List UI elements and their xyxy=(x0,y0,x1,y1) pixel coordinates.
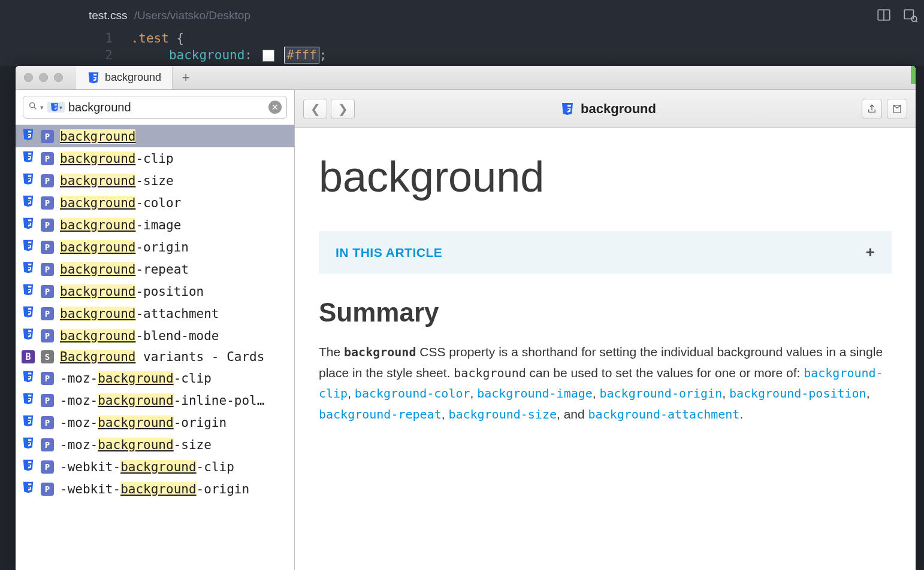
result-row[interactable]: Pbackground xyxy=(16,125,294,147)
match-text: background xyxy=(60,174,135,188)
type-badge: P xyxy=(41,196,54,210)
result-row[interactable]: P-moz-background-origin xyxy=(16,411,294,433)
type-badge: P xyxy=(41,394,54,407)
css-icon xyxy=(22,459,35,475)
maximize-window-button[interactable] xyxy=(54,73,63,82)
search-dropdown-icon[interactable]: ▾ xyxy=(40,104,44,111)
css-icon xyxy=(22,217,35,233)
share-button[interactable] xyxy=(862,99,882,119)
match-text: background xyxy=(98,393,173,408)
css-icon xyxy=(22,195,35,211)
type-badge: P xyxy=(41,438,54,451)
search-input[interactable] xyxy=(68,101,265,114)
doc-link[interactable]: background-repeat xyxy=(319,407,442,422)
css-icon xyxy=(22,128,35,144)
scroll-indicator xyxy=(911,66,916,84)
window-tab[interactable]: background xyxy=(76,66,173,89)
editor-area: test.css /Users/viatsko/Desktop 1 .test … xyxy=(0,0,924,66)
result-text: background-repeat xyxy=(60,262,189,277)
css-value-selected[interactable]: #fff xyxy=(284,47,319,63)
result-row[interactable]: BSBackground variants - Cards xyxy=(16,347,294,367)
result-row[interactable]: Pbackground-repeat xyxy=(16,258,294,280)
editor-filename: test.css xyxy=(89,9,127,22)
back-button[interactable]: ❮ xyxy=(303,99,327,119)
doc-toolbar: ❮ ❯ background xyxy=(295,90,916,128)
css-icon xyxy=(22,328,35,344)
result-text: background-origin xyxy=(60,240,189,254)
result-row[interactable]: Pbackground-origin xyxy=(16,236,294,258)
result-text: background-color xyxy=(60,196,181,210)
result-row[interactable]: P-moz-background-size xyxy=(16,433,294,456)
type-badge: P xyxy=(41,152,54,165)
editor-tab[interactable]: test.css /Users/viatsko/Desktop xyxy=(89,9,250,22)
expand-icon[interactable]: + xyxy=(866,243,875,262)
forward-button[interactable]: ❯ xyxy=(331,99,355,119)
summary-heading: Summary xyxy=(319,298,892,328)
css-icon xyxy=(22,414,35,430)
result-text: -moz-background-size xyxy=(60,438,212,452)
dash-window: background + ▾ ▾ ✕ PbackgroundPbackgroun… xyxy=(16,66,916,570)
result-text: background xyxy=(60,129,135,144)
match-text: background xyxy=(60,196,135,210)
match-text: Background xyxy=(60,350,135,364)
clear-search-button[interactable]: ✕ xyxy=(268,101,282,114)
match-text: background xyxy=(120,482,196,496)
editor-filepath: /Users/viatsko/Desktop xyxy=(134,9,250,22)
result-row[interactable]: Pbackground-size xyxy=(16,169,294,192)
match-text: background xyxy=(98,371,173,386)
css-property: background xyxy=(169,48,244,62)
doc-link[interactable]: background-image xyxy=(477,386,593,401)
result-row[interactable]: P-moz-background-inline-pol… xyxy=(16,389,294,411)
bookmark-button[interactable] xyxy=(887,99,907,119)
titlebar[interactable]: background + xyxy=(16,66,916,90)
result-row[interactable]: P-webkit-background-origin xyxy=(16,478,294,500)
type-badge: P xyxy=(41,130,54,143)
editor-code[interactable]: 1 .test { 2 background: #fff; xyxy=(89,30,327,63)
summary-text: The background CSS property is a shortha… xyxy=(319,342,892,425)
minimize-window-button[interactable] xyxy=(39,73,48,82)
result-row[interactable]: Pbackground-blend-mode xyxy=(16,325,294,347)
result-text: -moz-background-inline-pol… xyxy=(60,393,264,408)
match-text: background xyxy=(120,460,196,474)
css-icon xyxy=(22,283,35,299)
close-window-button[interactable] xyxy=(24,73,33,82)
doc-link[interactable]: background-position xyxy=(729,386,866,401)
result-row[interactable]: Pbackground-color xyxy=(16,192,294,214)
search-icon xyxy=(28,101,38,113)
result-row[interactable]: Pbackground-position xyxy=(16,280,294,302)
tab-label: background xyxy=(105,71,161,84)
result-text: -webkit-background-clip xyxy=(60,460,234,474)
match-text: background xyxy=(60,262,135,277)
search-replace-icon[interactable] xyxy=(902,7,918,25)
match-text: background xyxy=(98,416,173,430)
doc-link[interactable]: background-color xyxy=(355,386,470,401)
doc-link[interactable]: background-origin xyxy=(600,386,723,401)
css-icon xyxy=(560,102,575,116)
doc-link[interactable]: background-size xyxy=(448,407,557,422)
doc-link[interactable]: background-attachment xyxy=(588,407,740,422)
result-text: background-size xyxy=(60,174,174,188)
filter-badge[interactable]: ▾ xyxy=(47,102,65,113)
result-row[interactable]: P-moz-background-clip xyxy=(16,367,294,389)
new-tab-button[interactable]: + xyxy=(177,69,194,86)
sidebar: ▾ ▾ ✕ PbackgroundPbackground-clipPbackgr… xyxy=(16,90,295,570)
brace: { xyxy=(177,31,185,46)
color-swatch[interactable] xyxy=(262,50,274,62)
result-row[interactable]: Pbackground-image xyxy=(16,214,294,236)
result-text: background-position xyxy=(60,284,204,299)
split-panel-icon[interactable] xyxy=(876,7,892,25)
css-icon xyxy=(22,239,35,255)
css-icon xyxy=(22,436,35,453)
css-icon xyxy=(50,102,59,112)
result-row[interactable]: Pbackground-clip xyxy=(16,147,294,169)
doc-content[interactable]: background IN THIS ARTICLE + Summary The… xyxy=(295,128,916,570)
in-this-article[interactable]: IN THIS ARTICLE + xyxy=(319,231,892,274)
result-row[interactable]: P-webkit-background-clip xyxy=(16,456,294,478)
result-row[interactable]: Pbackground-attachment xyxy=(16,302,294,325)
match-text: background xyxy=(60,307,135,321)
doc-title-text: background xyxy=(581,101,656,117)
results-list[interactable]: PbackgroundPbackground-clipPbackground-s… xyxy=(16,125,294,570)
in-article-label: IN THIS ARTICLE xyxy=(336,245,442,260)
match-text: background xyxy=(98,438,173,452)
search-box[interactable]: ▾ ▾ ✕ xyxy=(23,96,287,119)
